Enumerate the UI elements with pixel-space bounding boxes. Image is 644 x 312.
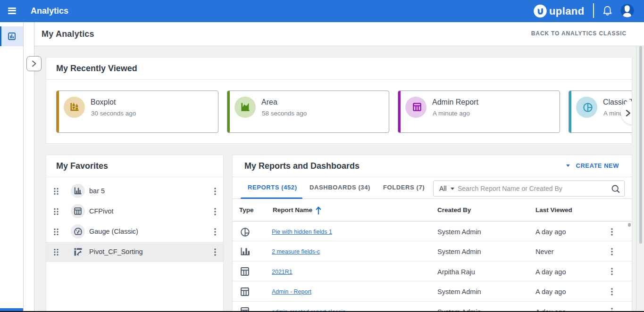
svg-text:upland: upland (549, 5, 585, 17)
